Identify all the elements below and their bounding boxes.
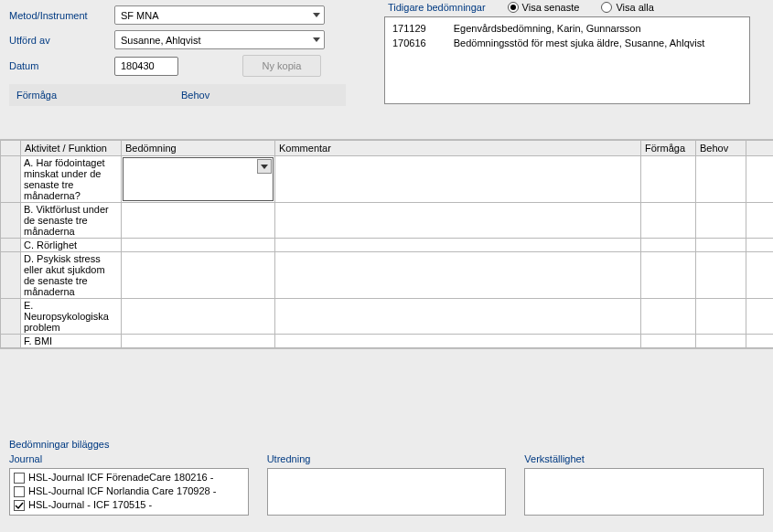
radio-visa-alla[interactable]: Visa alla <box>601 2 653 13</box>
cell-behov[interactable] <box>696 156 746 203</box>
cell-bedomning[interactable] <box>122 335 275 348</box>
journal-item[interactable]: HSL-Journal ICF Norlandia Care 170928 - <box>14 484 244 498</box>
radio-visa-senaste[interactable]: Visa senaste <box>508 2 580 13</box>
formaga-behov-bar: Förmåga Behov <box>9 84 346 106</box>
label-utford: Utförd av <box>9 35 114 46</box>
checkbox-icon[interactable] <box>14 473 25 484</box>
input-datum[interactable]: 180430 <box>114 57 178 76</box>
label-journal: Journal <box>9 453 249 464</box>
cell-behov[interactable] <box>696 239 746 252</box>
header-handle <box>1 141 21 156</box>
journal-list[interactable]: HSL-Journal ICF FörenadeCare 180216 - HS… <box>9 468 249 516</box>
cell-aktivitet: A. Har födointaget minskat under de sena… <box>21 156 122 203</box>
cell-behov[interactable] <box>696 335 746 348</box>
header-formaga[interactable]: Förmåga <box>641 141 696 156</box>
cell-kommentar[interactable] <box>275 156 641 203</box>
cell-bedomning-dropdown[interactable] <box>122 156 275 203</box>
cell-kommentar[interactable] <box>275 335 641 348</box>
select-metod-value: SF MNA <box>121 10 159 21</box>
cell-aktivitet: B. Viktförlust under de senaste tre måna… <box>21 203 122 239</box>
cell-bedomning[interactable] <box>122 252 275 299</box>
ny-kopia-button[interactable]: Ny kopia <box>242 55 321 77</box>
cell-aktivitet: C. Rörlighet <box>21 239 122 252</box>
cell-end <box>746 299 774 335</box>
chevron-down-icon <box>313 37 320 42</box>
label-behov[interactable]: Behov <box>174 90 346 101</box>
cell-kommentar[interactable] <box>275 299 641 335</box>
bottom-title: Bedömningar bilägges <box>9 439 764 450</box>
cell-aktivitet: D. Psykisk stress eller akut sjukdom de … <box>21 252 122 299</box>
cell-formaga[interactable] <box>641 299 696 335</box>
checkbox-icon[interactable] <box>14 486 25 497</box>
table-row[interactable]: E. Neuropsykologiska problem <box>1 299 774 335</box>
dropdown-button[interactable] <box>257 159 272 174</box>
chevron-down-icon <box>261 165 268 169</box>
journal-item[interactable]: HSL-Journal ICF FörenadeCare 180216 - <box>14 471 244 484</box>
label-datum: Datum <box>9 60 114 71</box>
cell-kommentar[interactable] <box>275 252 641 299</box>
cell-bedomning[interactable] <box>122 299 275 335</box>
table-row[interactable]: D. Psykisk stress eller akut sjukdom de … <box>1 252 774 299</box>
cell-behov[interactable] <box>696 299 746 335</box>
row-handle[interactable] <box>1 239 21 252</box>
label-metod: Metod/Instrument <box>9 10 114 21</box>
col-utredning: Utredning <box>267 453 507 516</box>
cell-aktivitet: F. BMI <box>21 335 122 348</box>
cell-formaga[interactable] <box>641 252 696 299</box>
radio-on-icon <box>508 2 519 13</box>
bottom-section: Bedömningar bilägges Journal HSL-Journal… <box>0 439 773 516</box>
cell-formaga[interactable] <box>641 239 696 252</box>
header-bedomning[interactable]: Bedömning <box>122 141 275 156</box>
row-handle[interactable] <box>1 335 21 348</box>
cell-end <box>746 203 774 239</box>
table-row[interactable]: A. Har födointaget minskat under de sena… <box>1 156 774 203</box>
cell-behov[interactable] <box>696 203 746 239</box>
cell-aktivitet: E. Neuropsykologiska problem <box>21 299 122 335</box>
header-aktivitet[interactable]: Aktivitet / Funktion <box>21 141 122 156</box>
label-formaga[interactable]: Förmåga <box>9 90 174 101</box>
previous-block: Tidigare bedömningar Visa senaste Visa a… <box>384 0 773 106</box>
cell-end <box>746 239 774 252</box>
cell-formaga[interactable] <box>641 203 696 239</box>
grid-header-row: Aktivitet / Funktion Bedömning Kommentar… <box>1 141 774 156</box>
header-behov[interactable]: Behov <box>696 141 746 156</box>
journal-item[interactable]: HSL-Journal - ICF 170515 - <box>14 498 244 512</box>
cell-bedomning[interactable] <box>122 203 275 239</box>
label-verkstallighet: Verkställighet <box>524 453 764 464</box>
input-datum-value: 180430 <box>121 60 155 71</box>
select-utford[interactable]: Susanne, Ahlqvist <box>114 30 325 49</box>
verkstallighet-list[interactable] <box>524 468 764 516</box>
previous-list[interactable]: 171129 Egenvårdsbedömning, Karin, Gunnar… <box>384 16 750 104</box>
col-verkstallighet: Verkställighet <box>524 453 764 516</box>
cell-end <box>746 156 774 203</box>
radio-off-icon <box>601 2 612 13</box>
cell-behov[interactable] <box>696 252 746 299</box>
cell-formaga[interactable] <box>641 156 696 203</box>
previous-title: Tidigare bedömningar <box>388 2 486 13</box>
cell-end <box>746 335 774 348</box>
cell-formaga[interactable] <box>641 335 696 348</box>
assessment-grid: Aktivitet / Funktion Bedömning Kommentar… <box>0 139 773 349</box>
utredning-list[interactable] <box>267 468 507 516</box>
table-row[interactable]: C. Rörlighet <box>1 239 774 252</box>
row-handle[interactable] <box>1 203 21 239</box>
table-row[interactable]: B. Viktförlust under de senaste tre måna… <box>1 203 774 239</box>
header-end <box>746 141 774 156</box>
select-utford-value: Susanne, Ahlqvist <box>121 35 200 46</box>
cell-kommentar[interactable] <box>275 203 641 239</box>
row-handle[interactable] <box>1 299 21 335</box>
row-handle[interactable] <box>1 156 21 203</box>
header-kommentar[interactable]: Kommentar <box>275 141 641 156</box>
previous-row[interactable]: 171129 Egenvårdsbedömning, Karin, Gunnar… <box>392 21 742 36</box>
previous-row[interactable]: 170616 Bedömningsstöd för mest sjuka äld… <box>392 36 742 50</box>
chevron-down-icon <box>313 13 320 17</box>
col-journal: Journal HSL-Journal ICF FörenadeCare 180… <box>9 453 249 516</box>
cell-bedomning[interactable] <box>122 239 275 252</box>
checkbox-checked-icon[interactable] <box>14 500 25 511</box>
form-block: Metod/Instrument SF MNA Utförd av Susann… <box>0 0 384 106</box>
cell-end <box>746 252 774 299</box>
table-row[interactable]: F. BMI <box>1 335 774 348</box>
cell-kommentar[interactable] <box>275 239 641 252</box>
select-metod[interactable]: SF MNA <box>114 5 325 25</box>
row-handle[interactable] <box>1 252 21 299</box>
